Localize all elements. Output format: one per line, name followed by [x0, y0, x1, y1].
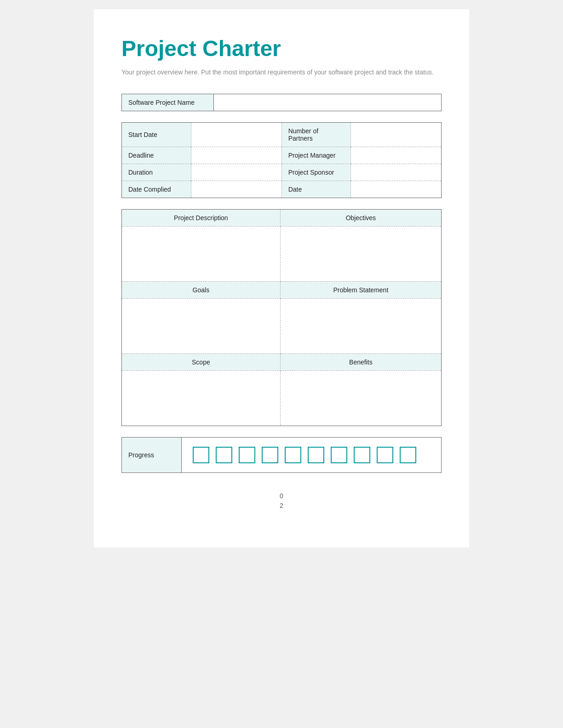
info-left-label: Deadline [122, 147, 191, 164]
progress-checkbox[interactable] [308, 447, 324, 463]
progress-table: Progress [121, 437, 442, 473]
page-title: Project Charter [121, 37, 442, 61]
info-right-value[interactable] [351, 122, 442, 147]
project-name-label: Software Project Name [122, 94, 214, 111]
page-subtitle: Your project overview here. Put the most… [121, 68, 442, 77]
progress-checkbox[interactable] [193, 447, 209, 463]
desc-content-row [122, 370, 442, 426]
page-number: 0 2 [121, 491, 442, 511]
info-right-label: Project Sponsor [282, 164, 351, 181]
progress-checkboxes-cell [182, 437, 442, 472]
desc-content-right[interactable] [280, 298, 441, 353]
desc-header-right: Problem Statement [280, 281, 441, 298]
info-left-value[interactable] [191, 122, 282, 147]
progress-checkbox[interactable] [331, 447, 347, 463]
info-left-value[interactable] [191, 147, 282, 164]
desc-content-right[interactable] [280, 226, 441, 281]
desc-header-row: GoalsProblem Statement [122, 281, 442, 298]
project-name-row: Software Project Name [122, 94, 442, 111]
progress-checkbox[interactable] [262, 447, 278, 463]
desc-content-right[interactable] [280, 370, 441, 426]
desc-content-row [122, 226, 442, 281]
info-row: Date CompliedDate [122, 181, 442, 198]
desc-content-left[interactable] [122, 298, 281, 353]
checkboxes-container [188, 445, 435, 465]
info-left-label: Start Date [122, 122, 191, 147]
desc-header-left: Project Description [122, 209, 281, 226]
desc-header-left: Scope [122, 353, 281, 370]
progress-row: Progress [122, 437, 442, 472]
info-left-label: Duration [122, 164, 191, 181]
info-right-label: Date [282, 181, 351, 198]
progress-checkbox[interactable] [285, 447, 301, 463]
info-row: Start DateNumber of Partners [122, 122, 442, 147]
desc-content-left[interactable] [122, 226, 281, 281]
progress-checkbox[interactable] [377, 447, 393, 463]
info-row: DeadlineProject Manager [122, 147, 442, 164]
info-table: Start DateNumber of PartnersDeadlineProj… [121, 122, 442, 198]
info-right-value[interactable] [351, 147, 442, 164]
desc-header-left: Goals [122, 281, 281, 298]
info-right-value[interactable] [351, 164, 442, 181]
desc-header-row: ScopeBenefits [122, 353, 442, 370]
progress-checkbox[interactable] [216, 447, 232, 463]
desc-content-row [122, 298, 442, 353]
progress-checkbox[interactable] [354, 447, 370, 463]
progress-label: Progress [122, 437, 182, 472]
info-left-value[interactable] [191, 164, 282, 181]
info-left-value[interactable] [191, 181, 282, 198]
info-right-value[interactable] [351, 181, 442, 198]
project-name-table: Software Project Name [121, 94, 442, 111]
desc-header-right: Objectives [280, 209, 441, 226]
desc-header-right: Benefits [280, 353, 441, 370]
info-right-label: Number of Partners [282, 122, 351, 147]
desc-table: Project DescriptionObjectivesGoalsProble… [121, 209, 442, 426]
progress-checkbox[interactable] [239, 447, 255, 463]
page-container: Project Charter Your project overview he… [94, 9, 469, 547]
info-right-label: Project Manager [282, 147, 351, 164]
progress-checkbox[interactable] [400, 447, 416, 463]
project-name-value[interactable] [214, 94, 442, 111]
info-row: DurationProject Sponsor [122, 164, 442, 181]
info-left-label: Date Complied [122, 181, 191, 198]
desc-header-row: Project DescriptionObjectives [122, 209, 442, 226]
desc-content-left[interactable] [122, 370, 281, 426]
